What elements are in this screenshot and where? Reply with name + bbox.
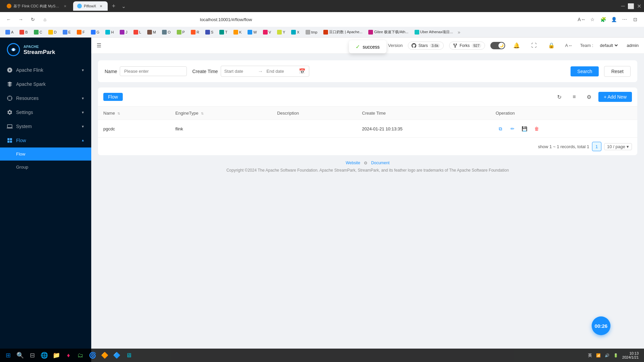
- minimize-button[interactable]: ─: [621, 3, 625, 9]
- bookmark-g[interactable]: G: [88, 28, 102, 36]
- sidebar-item-flow-flow[interactable]: Flow: [0, 147, 91, 161]
- sidebar-toggle[interactable]: ⊡: [631, 15, 640, 24]
- close-button[interactable]: ✕: [637, 3, 641, 9]
- name-sort-icon[interactable]: ⇅: [117, 112, 120, 115]
- home-button[interactable]: ⌂: [40, 15, 50, 24]
- app2[interactable]: 🗂: [75, 350, 86, 361]
- refresh-table-icon[interactable]: ↻: [554, 92, 565, 102]
- sidebar-item-resources[interactable]: Resources ▼: [0, 91, 91, 105]
- lock-button[interactable]: 🔒: [545, 40, 557, 52]
- bookmark-s[interactable]: S: [203, 28, 216, 36]
- extensions-icon[interactable]: 🧩: [598, 15, 608, 24]
- table-row: pgcdc flink 2024-01-21 10:13:35 ⧉ ✏ 💾 🗑: [98, 120, 637, 138]
- name-input[interactable]: [120, 66, 187, 76]
- bookmark-h[interactable]: H: [103, 28, 116, 36]
- github-stars-button[interactable]: Stars 3.6k: [408, 42, 444, 50]
- bookmark-gitee[interactable]: Gitee 极速下载/Ath...: [366, 28, 411, 36]
- bookmark-p[interactable]: P: [174, 28, 187, 36]
- sidebar-item-flow[interactable]: Flow ▼: [0, 133, 91, 147]
- bookmark-uber[interactable]: Uber Athenax项目...: [412, 28, 456, 36]
- app5[interactable]: 🔷: [111, 350, 122, 361]
- file-explorer[interactable]: 📁: [51, 350, 62, 361]
- engine-sort-icon[interactable]: ⇅: [201, 112, 204, 115]
- task-view[interactable]: ⊟: [27, 350, 38, 361]
- bookmark-b[interactable]: B: [17, 28, 30, 36]
- bookmark-tmp[interactable]: tmp: [303, 28, 320, 36]
- sidebar-item-apache-flink[interactable]: Apache Flink ▼: [0, 63, 91, 77]
- translate-icon[interactable]: A↔: [577, 15, 586, 24]
- delete-icon[interactable]: 🗑: [532, 124, 541, 133]
- translate-button[interactable]: A↔: [563, 40, 575, 52]
- system-arrow: ▼: [81, 125, 85, 128]
- hamburger-button[interactable]: ☰: [97, 42, 101, 49]
- bookmark-t[interactable]: T: [217, 28, 230, 36]
- browser-tab-2[interactable]: PiflowX ✕: [73, 1, 108, 11]
- profile-icon[interactable]: 👤: [609, 15, 619, 24]
- browser-tab-1[interactable]: 基于 Flink CDC 构建 MySQL 和 P ✕: [3, 1, 72, 11]
- tab2-close[interactable]: ✕: [98, 3, 104, 9]
- table-config-icon[interactable]: ⚙: [584, 92, 594, 102]
- bookmark-icon[interactable]: ☆: [588, 15, 597, 24]
- bookmark-j[interactable]: J: [117, 28, 130, 36]
- bookmark-apache[interactable]: 豆口奶数 | Apache...: [321, 28, 365, 36]
- team-select[interactable]: default: [599, 43, 619, 48]
- app3[interactable]: 🌀: [87, 350, 98, 361]
- taskbar-clock[interactable]: 10:13 2024/1/21: [622, 351, 639, 359]
- copy-icon[interactable]: ⧉: [496, 124, 505, 133]
- bookmark-w[interactable]: W: [245, 28, 259, 36]
- settings-arrow: ▼: [81, 111, 85, 114]
- bookmark-m[interactable]: M: [145, 28, 159, 36]
- app4[interactable]: 🔶: [99, 350, 110, 361]
- dark-mode-toggle[interactable]: 🌙: [490, 42, 505, 49]
- notification-button[interactable]: 🔔: [511, 40, 523, 52]
- bookmark-r[interactable]: R: [188, 28, 202, 36]
- bookmark-e[interactable]: E: [60, 28, 73, 36]
- timer-badge[interactable]: 00:26: [592, 316, 610, 335]
- save-icon[interactable]: 💾: [520, 124, 529, 133]
- tab-dropdown[interactable]: ⌄: [120, 2, 128, 10]
- bookmark-a[interactable]: A: [3, 28, 16, 36]
- tab1-close[interactable]: ✕: [62, 3, 68, 9]
- search-taskbar[interactable]: 🔍: [15, 350, 25, 361]
- end-date-input[interactable]: [267, 69, 297, 74]
- github-forks-button[interactable]: Forks 927: [449, 42, 485, 50]
- start-date-input[interactable]: [224, 69, 255, 74]
- bookmark-x[interactable]: X: [288, 28, 302, 36]
- edge-browser[interactable]: 🌐: [39, 350, 50, 361]
- bookmark-o[interactable]: O: [159, 28, 173, 36]
- bookmark-l[interactable]: L: [131, 28, 144, 36]
- bookmark-k[interactable]: K: [231, 28, 244, 36]
- refresh-button[interactable]: ↻: [28, 15, 38, 24]
- app1[interactable]: ♦: [63, 350, 74, 361]
- settings-icon[interactable]: ⋯: [620, 15, 629, 24]
- sidebar-item-system[interactable]: System ▼: [0, 119, 91, 133]
- date-range-picker[interactable]: → 📅: [221, 66, 309, 77]
- back-button[interactable]: ←: [4, 15, 13, 24]
- address-bar[interactable]: localhost:10001/#/flow/flow: [195, 14, 429, 24]
- fullscreen-button[interactable]: ⛶: [528, 40, 540, 52]
- forward-button[interactable]: →: [16, 15, 25, 24]
- name-search-field: Name: [105, 66, 187, 76]
- add-new-button[interactable]: + Add New: [598, 92, 632, 102]
- sidebar-item-flow-group[interactable]: Group: [0, 161, 91, 174]
- column-settings-icon[interactable]: ≡: [569, 92, 580, 102]
- document-link[interactable]: Document: [371, 161, 390, 165]
- sidebar-item-settings[interactable]: Settings ▼: [0, 105, 91, 119]
- edit-icon[interactable]: ✏: [508, 124, 517, 133]
- bookmark-c[interactable]: C: [31, 28, 45, 36]
- app6[interactable]: 🖥: [123, 350, 134, 361]
- bookmark-f[interactable]: F: [74, 28, 88, 36]
- start-button[interactable]: ⊞: [3, 350, 13, 361]
- new-tab-button[interactable]: +: [109, 1, 118, 11]
- bookmark-y[interactable]: Y: [274, 28, 288, 36]
- search-button[interactable]: Search: [571, 66, 599, 76]
- bookmark-d[interactable]: D: [46, 28, 59, 36]
- bookmarks-more[interactable]: »: [456, 29, 462, 35]
- per-page-select[interactable]: 10 / page ▾: [604, 143, 632, 150]
- website-link[interactable]: Website: [346, 161, 360, 165]
- bookmark-v[interactable]: V: [260, 28, 274, 36]
- reset-button[interactable]: Reset: [604, 66, 631, 77]
- current-page[interactable]: 1: [592, 142, 601, 151]
- sidebar-item-apache-spark[interactable]: Apache Spark: [0, 77, 91, 91]
- maximize-button[interactable]: ⬜: [628, 3, 634, 9]
